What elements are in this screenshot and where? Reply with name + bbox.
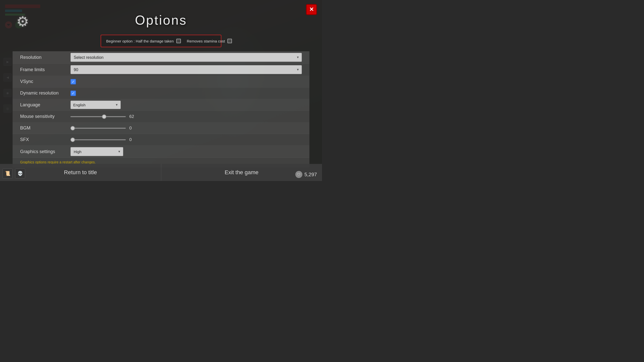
graphics-settings-label: Graphics settings bbox=[20, 149, 70, 154]
bgm-control: 0 bbox=[70, 126, 302, 131]
language-label: Language bbox=[20, 102, 70, 108]
vsync-control: ✓ bbox=[70, 79, 302, 84]
vsync-checkbox[interactable]: ✓ bbox=[70, 79, 76, 84]
mouse-sensitivity-label: Mouse sensitivity bbox=[20, 114, 70, 119]
sfx-control: 0 bbox=[70, 137, 302, 142]
frame-limits-dropdown-wrap: 30 60 90 120 144 Unlimited ▼ bbox=[70, 65, 302, 74]
vsync-row: VSync ✓ bbox=[13, 76, 309, 87]
sfx-slider[interactable] bbox=[70, 139, 126, 140]
sfx-label: SFX bbox=[20, 137, 70, 142]
mouse-sensitivity-control: 62 bbox=[70, 114, 302, 119]
dynamic-resolution-checkbox[interactable]: ✓ bbox=[70, 90, 76, 96]
beginner-option-2: Removes stamina cost bbox=[187, 39, 232, 43]
close-button[interactable]: ✕ bbox=[306, 4, 317, 15]
mouse-sensitivity-value: 62 bbox=[129, 114, 137, 119]
frame-limits-row: Frame limits 30 60 90 120 144 Unlimited … bbox=[13, 64, 309, 76]
graphics-settings-dropdown[interactable]: Low Medium High Ultra bbox=[70, 147, 123, 156]
beginner-option-1: Beginner option : Half the damage taken bbox=[106, 39, 181, 43]
bottom-hud-icon-2[interactable]: 💀 bbox=[15, 168, 25, 178]
bottom-hud: 📜 💀 bbox=[3, 168, 25, 178]
mouse-sensitivity-slider[interactable] bbox=[70, 116, 126, 117]
mouse-sensitivity-row: Mouse sensitivity 62 bbox=[13, 111, 309, 122]
dynamic-resolution-label: Dynamic resolution bbox=[20, 90, 70, 96]
bgm-row: BGM 0 bbox=[13, 122, 309, 134]
currency-value: 5,297 bbox=[304, 172, 317, 177]
resolution-control: Select resolution 1920×1080 644×362 38… bbox=[70, 53, 302, 62]
gear-icon: ⚙ bbox=[14, 13, 31, 30]
bgm-slider[interactable] bbox=[70, 128, 126, 129]
graphics-warning-text: Graphics options require a restart after… bbox=[20, 160, 96, 164]
options-overlay: ✕ ⚙ Options Beginner option : Half the d… bbox=[0, 0, 322, 181]
vsync-label: VSync bbox=[20, 79, 70, 84]
language-row: Language English Japanese Korean ▼ bbox=[13, 99, 309, 111]
resolution-label: Resolution bbox=[20, 55, 70, 60]
dynamic-resolution-control: ✓ bbox=[70, 90, 302, 96]
settings-panel: Resolution Select resolution 1920×1080 2… bbox=[13, 51, 309, 167]
bottom-hud-icon-1[interactable]: 📜 bbox=[3, 168, 13, 178]
sfx-row: SFX 0 bbox=[13, 134, 309, 146]
resolution-row: Resolution Select resolution 1920×1080 2… bbox=[13, 51, 309, 64]
language-control: English Japanese Korean ▼ bbox=[70, 101, 302, 109]
graphics-settings-row: Graphics settings Low Medium High Ultra … bbox=[13, 146, 309, 158]
language-dropdown[interactable]: English Japanese Korean bbox=[70, 101, 121, 109]
frame-limits-dropdown[interactable]: 30 60 90 120 144 Unlimited bbox=[70, 65, 302, 74]
beginner-label-1: Beginner option : Half the damage taken bbox=[106, 39, 174, 43]
options-title: Options bbox=[0, 13, 322, 28]
frame-limits-control: 30 60 90 120 144 Unlimited ▼ bbox=[70, 65, 302, 74]
beginner-label-2: Removes stamina cost bbox=[187, 39, 225, 43]
resolution-dropdown[interactable]: Select resolution 1920×1080 644×362 38… bbox=[70, 53, 302, 62]
beginner-checkbox-2[interactable] bbox=[227, 39, 232, 43]
beginner-options-box: Beginner option : Half the damage taken … bbox=[101, 35, 221, 47]
beginner-checkbox-1[interactable] bbox=[176, 39, 181, 43]
sfx-value: 0 bbox=[129, 137, 137, 142]
graphics-settings-control: Low Medium High Ultra ▼ bbox=[70, 147, 302, 156]
frame-limits-label: Frame limits bbox=[20, 67, 70, 72]
resolution-dropdown-wrap: Select resolution 1920×1080 644×362 38… bbox=[70, 53, 302, 62]
bgm-label: BGM bbox=[20, 125, 70, 131]
bottom-bar: Return to title Exit the game bbox=[0, 164, 322, 181]
dynamic-resolution-row: Dynamic resolution ✓ bbox=[13, 87, 309, 99]
currency-display: 🛡 5,297 bbox=[295, 171, 317, 178]
graphics-dropdown-wrap: Low Medium High Ultra ▼ bbox=[70, 147, 123, 156]
bgm-value: 0 bbox=[129, 126, 137, 131]
currency-icon: 🛡 bbox=[295, 171, 302, 178]
